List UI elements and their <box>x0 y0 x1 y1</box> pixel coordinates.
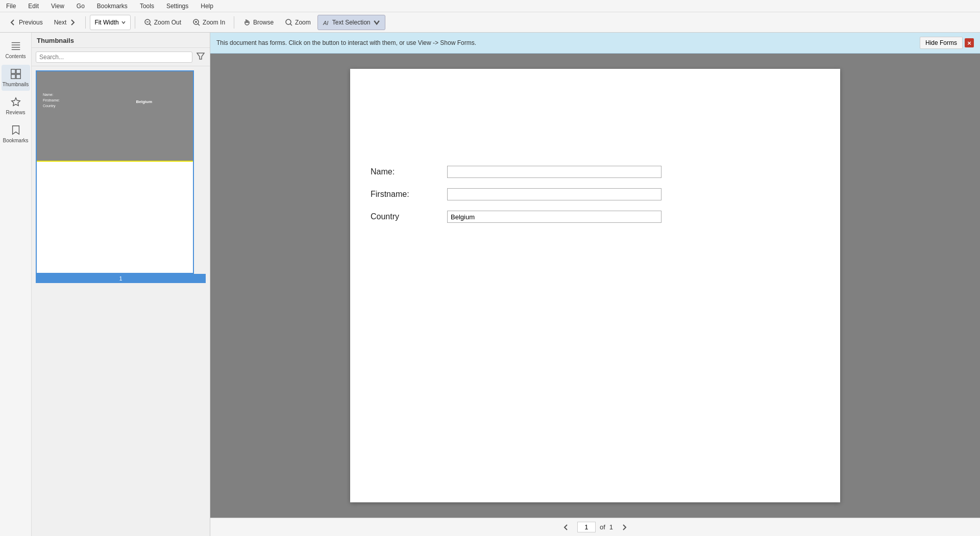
fit-width-dropdown[interactable]: Fit Width <box>90 15 130 30</box>
prev-button[interactable]: Previous <box>4 15 47 30</box>
page-next-button[interactable] <box>617 522 631 533</box>
separator-3 <box>234 16 234 29</box>
menu-bookmarks[interactable]: Bookmarks <box>95 2 130 11</box>
zoom-label: Zoom <box>295 19 311 26</box>
hide-forms-button[interactable]: Hide Forms <box>920 37 963 49</box>
zoom-in-label: Zoom In <box>203 19 225 26</box>
thumbnails-content: Name:Firstname:Country Belgium 1 <box>32 66 210 536</box>
main-layout: Contents Thumbnails Reviews Bookmarks <box>0 33 980 536</box>
svg-line-6 <box>198 23 200 25</box>
sidebar-item-thumbnails[interactable]: Thumbnails <box>2 65 30 91</box>
document-area: This document has forms. Click on the bu… <box>210 33 980 536</box>
separator-1 <box>85 16 86 29</box>
svg-rect-17 <box>16 74 20 79</box>
thumbnail-belgium-text: Belgium <box>136 99 152 104</box>
browse-button[interactable]: Browse <box>238 15 278 30</box>
thumbnail-page-number: 1 <box>36 274 206 283</box>
sidebar-item-contents[interactable]: Contents <box>2 37 30 63</box>
sidebar-item-bookmarks[interactable]: Bookmarks <box>2 121 30 147</box>
menu-edit[interactable]: Edit <box>26 2 41 11</box>
zoom-out-label: Zoom Out <box>154 19 181 26</box>
zoom-out-icon <box>144 18 152 27</box>
thumbnail-form-text: Name:Firstname:Country <box>43 92 60 109</box>
contents-icon <box>10 40 21 52</box>
svg-rect-16 <box>11 74 15 79</box>
contents-label: Contents <box>5 54 26 59</box>
page-of-label: of <box>600 523 605 531</box>
zoom-in-icon <box>192 18 201 27</box>
text-selection-dropdown-icon <box>373 18 381 27</box>
thumbnails-panel: Thumbnails Name:Firstname:Country Belgiu… <box>32 33 210 536</box>
svg-line-2 <box>149 23 151 25</box>
reviews-label: Reviews <box>6 110 26 115</box>
browse-label: Browse <box>253 19 274 26</box>
hand-icon <box>243 18 251 27</box>
menu-bar: File Edit View Go Bookmarks Tools Settin… <box>0 0 980 12</box>
country-input[interactable] <box>447 211 662 223</box>
bookmarks-label: Bookmarks <box>3 138 29 143</box>
bookmarks-icon <box>10 124 21 136</box>
firstname-input[interactable] <box>447 188 662 200</box>
text-selection-button[interactable]: AI Text Selection <box>317 15 385 30</box>
dropdown-arrow-icon <box>121 20 126 25</box>
fit-width-label: Fit Width <box>94 19 118 26</box>
zoom-button[interactable]: Zoom <box>280 15 315 30</box>
page-nav-footer: of 1 <box>210 518 980 536</box>
page-number-input[interactable] <box>577 522 596 532</box>
menu-view[interactable]: View <box>49 2 66 11</box>
thumbnails-label: Thumbnails <box>3 82 29 87</box>
svg-marker-18 <box>197 53 204 59</box>
separator-2 <box>135 16 135 29</box>
name-input[interactable] <box>447 166 662 178</box>
sidebar-icons: Contents Thumbnails Reviews Bookmarks <box>0 33 32 536</box>
menu-help[interactable]: Help <box>199 2 215 11</box>
firstname-label: Firstname: <box>371 190 437 199</box>
svg-rect-14 <box>11 69 15 73</box>
page-next-icon <box>621 524 628 531</box>
form-row-country: Country <box>371 211 820 223</box>
thumbnails-search-bar <box>32 48 210 66</box>
name-label: Name: <box>371 167 437 176</box>
thumbnail-bottom <box>37 161 193 273</box>
form-row-firstname: Firstname: <box>371 188 820 200</box>
filter-button[interactable] <box>195 51 206 63</box>
prev-label: Previous <box>19 19 43 26</box>
thumbnail-top: Name:Firstname:Country Belgium <box>37 71 193 161</box>
page-container: Name: Firstname: Country <box>350 69 840 502</box>
document-scroll: Name: Firstname: Country <box>210 54 980 518</box>
form-section: Name: Firstname: Country <box>371 166 820 223</box>
form-row-name: Name: <box>371 166 820 178</box>
toolbar: Previous Next Fit Width Zoom Out Zoom In <box>0 12 980 33</box>
filter-icon <box>197 52 205 60</box>
svg-line-8 <box>290 23 292 25</box>
thumbnail-page-wrapper: Name:Firstname:Country Belgium <box>36 70 194 274</box>
close-icon: × <box>967 39 971 47</box>
next-button[interactable]: Next <box>50 15 82 30</box>
sidebar-item-reviews[interactable]: Reviews <box>2 93 30 119</box>
thumbnails-title: Thumbnails <box>32 33 210 48</box>
zoom-in-button[interactable]: Zoom In <box>188 15 230 30</box>
zoom-out-button[interactable]: Zoom Out <box>139 15 186 30</box>
close-banner-button[interactable]: × <box>965 38 974 47</box>
svg-rect-15 <box>16 69 20 73</box>
reviews-icon <box>10 96 21 108</box>
menu-go[interactable]: Go <box>75 2 87 11</box>
forms-banner-actions: Hide Forms × <box>920 37 974 49</box>
thumbnail-page-1[interactable]: Name:Firstname:Country Belgium 1 <box>36 70 206 283</box>
forms-banner: This document has forms. Click on the bu… <box>210 33 980 54</box>
forms-banner-message: This document has forms. Click on the bu… <box>216 39 476 46</box>
page-total: 1 <box>609 523 613 531</box>
menu-tools[interactable]: Tools <box>138 2 156 11</box>
page-prev-button[interactable] <box>559 522 573 533</box>
search-input[interactable] <box>36 52 192 63</box>
page-prev-icon <box>562 524 570 531</box>
thumbnails-icon <box>10 68 21 80</box>
next-label: Next <box>54 19 67 26</box>
zoom-icon <box>285 18 293 27</box>
svg-text:AI: AI <box>323 20 328 26</box>
country-label: Country <box>371 212 437 221</box>
menu-file[interactable]: File <box>4 2 18 11</box>
menu-settings[interactable]: Settings <box>164 2 190 11</box>
prev-icon <box>9 18 17 27</box>
text-selection-label: Text Selection <box>332 19 371 26</box>
